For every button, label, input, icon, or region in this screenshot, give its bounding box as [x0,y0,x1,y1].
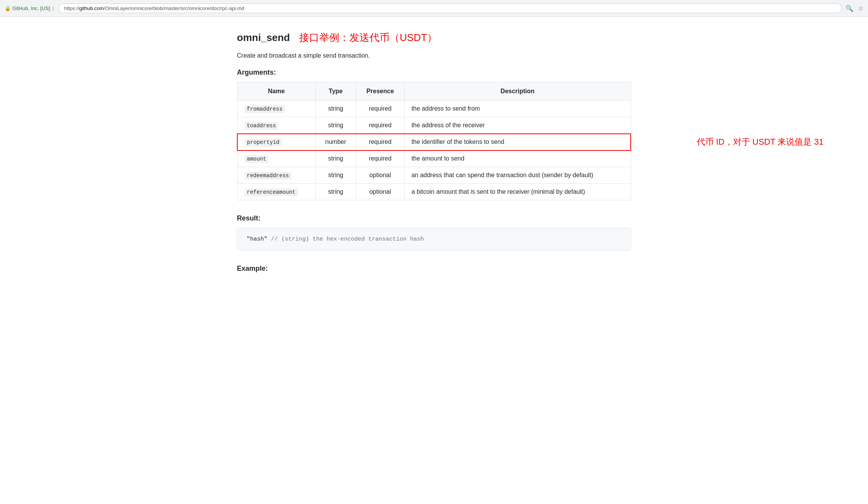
url-prefix: https:// [64,5,79,11]
cell-type: string [315,101,356,117]
page-content: omni_send 接口举例：发送代币（USDT） Create and bro… [221,17,647,301]
cell-type: string [315,117,356,134]
table-header-row: Name Type Presence Description [237,82,631,101]
cell-name: redeemaddress [237,167,315,184]
table-row: referenceamountstringoptionala bitcoin a… [237,184,631,200]
cell-type: string [315,167,356,184]
cell-description: the amount to send [404,150,631,167]
cell-name: referenceamount [237,184,315,200]
lock-icon: 🔒 [5,5,11,11]
param-name-code: referenceamount [245,188,298,196]
example-label: Example: [237,265,631,273]
url-text: https://github.com/OmniLayer/omnicore/bl… [64,5,244,11]
cell-name: amount [237,150,315,167]
page-title: omni_send [237,32,290,44]
table-row: toaddressstringrequiredthe address of th… [237,117,631,134]
browser-icons: 🔍 ☆ [846,5,863,12]
url-path: /OmniLayer/omnicore/blob/master/src/omni… [104,5,244,11]
cell-name: propertyid [237,134,315,150]
param-name-code: toaddress [245,122,279,130]
col-presence: Presence [356,82,404,101]
cell-description: the address to send from [404,101,631,117]
cell-type: string [315,150,356,167]
col-name: Name [237,82,315,101]
cell-description: the identifier of the tokens to send代币 I… [404,134,631,150]
cell-description: a bitcoin amount that is sent to the rec… [404,184,631,200]
row-annotation: 代币 ID，对于 USDT 来说值是 31 [697,136,824,148]
cell-name: fromaddress [237,101,315,117]
arguments-table: Name Type Presence Description fromaddre… [237,82,631,200]
cell-type: string [315,184,356,200]
param-name-code: propertyid [245,138,282,146]
cell-presence: required [356,150,404,167]
result-code-block: "hash" // (string) the hex-encoded trans… [237,228,631,251]
table-row: fromaddressstringrequiredthe address to … [237,101,631,117]
code-comment: // (string) the hex-encoded transaction … [271,236,424,243]
result-section: Result: "hash" // (string) the hex-encod… [237,214,631,251]
param-name-code: fromaddress [245,105,285,113]
result-code: "hash" // (string) the hex-encoded trans… [247,236,424,243]
heading-annotation: 接口举例：发送代币（USDT） [299,31,437,44]
page-subtitle: Create and broadcast a simple send trans… [237,52,631,59]
cell-presence: optional [356,167,404,184]
arguments-table-wrapper: Name Type Presence Description fromaddre… [237,82,631,200]
security-label: GitHub, Inc. [US] [12,5,50,11]
page-heading: omni_send 接口举例：发送代币（USDT） [237,31,631,44]
cell-description: an address that can spend the transactio… [404,167,631,184]
col-description: Description [404,82,631,101]
param-name-code: amount [245,155,269,163]
table-row: propertyidnumberrequiredthe identifier o… [237,134,631,150]
url-domain: github.com [79,5,104,11]
browser-bar: 🔒 GitHub, Inc. [US] | https://github.com… [0,0,868,17]
cell-presence: required [356,117,404,134]
cell-description: the address of the receiver [404,117,631,134]
cell-type: number [315,134,356,150]
cell-name: toaddress [237,117,315,134]
cell-presence: optional [356,184,404,200]
table-row: redeemaddressstringoptionalan address th… [237,167,631,184]
search-icon[interactable]: 🔍 [846,5,853,12]
arguments-label: Arguments: [237,68,631,77]
param-name-code: redeemaddress [245,172,291,179]
bookmark-icon[interactable]: ☆ [858,5,863,12]
table-header: Name Type Presence Description [237,82,631,101]
table-body: fromaddressstringrequiredthe address to … [237,101,631,200]
table-row: amountstringrequiredthe amount to send [237,150,631,167]
result-label: Result: [237,214,631,222]
cell-presence: required [356,101,404,117]
col-type: Type [315,82,356,101]
separator: | [53,5,54,11]
url-bar[interactable]: https://github.com/OmniLayer/omnicore/bl… [58,3,842,13]
security-indicator: 🔒 GitHub, Inc. [US] | [5,5,54,11]
cell-presence: required [356,134,404,150]
